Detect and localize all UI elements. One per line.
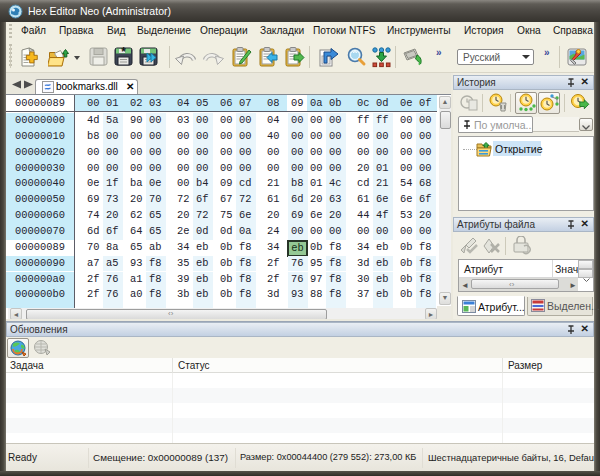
svg-text:*: *	[121, 47, 126, 59]
